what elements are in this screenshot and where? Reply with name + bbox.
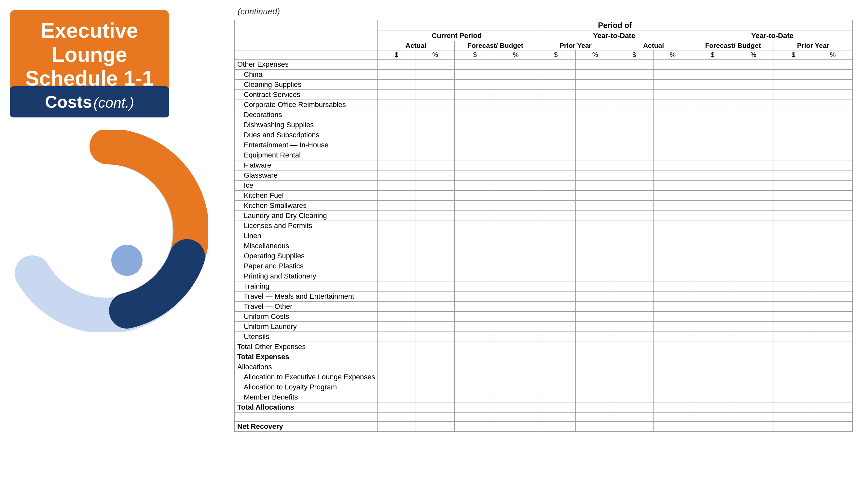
data-cell — [455, 342, 495, 352]
data-cell — [692, 352, 733, 362]
data-cell — [813, 382, 852, 392]
data-cell — [455, 271, 495, 282]
decorative-chart — [6, 130, 208, 332]
data-cell — [576, 170, 615, 181]
data-cell — [495, 382, 536, 392]
data-cell — [495, 342, 536, 352]
row-label: Dishwashing Supplies — [235, 120, 377, 130]
data-cell — [416, 392, 455, 402]
data-cell — [536, 301, 576, 312]
table-row: Corporate Office Reimbursables — [235, 100, 853, 110]
data-cell — [615, 251, 653, 261]
data-cell — [733, 282, 774, 292]
data-cell — [692, 292, 733, 301]
data-cell — [813, 191, 852, 201]
data-cell — [774, 251, 813, 261]
data-cell — [576, 201, 615, 211]
data-cell — [653, 382, 692, 392]
data-cell — [653, 332, 692, 342]
symbol-row: $ % $ % $ % $ % $ % $ % — [235, 51, 853, 60]
data-cell — [653, 140, 692, 150]
data-cell — [495, 150, 536, 160]
sym-pct-2: % — [495, 51, 536, 60]
data-cell — [653, 261, 692, 271]
data-cell — [692, 90, 733, 100]
data-cell — [774, 60, 813, 70]
data-cell — [653, 150, 692, 160]
row-label: Contract Services — [235, 90, 377, 100]
data-cell — [733, 150, 774, 160]
data-cell — [536, 382, 576, 392]
row-label: Linen — [235, 231, 377, 241]
data-cell — [416, 372, 455, 382]
row-label: Licenses and Permits — [235, 221, 377, 231]
data-cell — [455, 292, 495, 301]
data-cell — [813, 301, 852, 312]
data-cell — [377, 282, 415, 292]
data-cell — [377, 211, 415, 221]
data-cell — [576, 372, 615, 382]
data-cell — [416, 90, 455, 100]
data-cell — [495, 362, 536, 372]
data-cell — [495, 90, 536, 100]
data-cell — [576, 90, 615, 100]
subtitle-italic: (cont.) — [93, 95, 134, 110]
data-cell — [576, 301, 615, 312]
data-cell — [653, 251, 692, 261]
data-cell — [774, 160, 813, 170]
data-cell — [615, 170, 653, 181]
data-cell — [692, 221, 733, 231]
data-cell — [615, 342, 653, 352]
data-cell — [495, 251, 536, 261]
data-cell — [813, 221, 852, 231]
data-cell — [416, 60, 455, 70]
data-cell — [774, 120, 813, 130]
data-cell — [733, 60, 774, 70]
data-cell — [416, 312, 455, 322]
data-cell — [416, 413, 455, 422]
data-cell — [536, 70, 576, 80]
data-cell — [692, 342, 733, 352]
table-row: Net Recovery — [235, 422, 853, 432]
data-cell — [416, 271, 455, 282]
table-row: Printing and Stationery — [235, 271, 853, 282]
data-cell — [536, 100, 576, 110]
continued-label: (continued) — [234, 6, 853, 17]
data-cell — [416, 170, 455, 181]
data-cell — [733, 362, 774, 372]
data-cell — [813, 282, 852, 292]
data-cell — [536, 261, 576, 271]
row-label: Member Benefits — [235, 392, 377, 402]
data-cell — [377, 60, 415, 70]
data-cell — [377, 342, 415, 352]
data-cell — [774, 241, 813, 251]
data-cell — [455, 60, 495, 70]
data-cell — [416, 100, 455, 110]
row-label — [235, 413, 377, 422]
data-cell — [455, 362, 495, 372]
data-cell — [576, 191, 615, 201]
data-cell — [813, 392, 852, 402]
table-row — [235, 413, 853, 422]
data-cell — [813, 120, 852, 130]
data-cell — [692, 160, 733, 170]
data-cell — [495, 332, 536, 342]
data-cell — [455, 160, 495, 170]
data-cell — [733, 372, 774, 382]
data-cell — [733, 160, 774, 170]
data-cell — [416, 261, 455, 271]
data-cell — [536, 251, 576, 261]
data-cell — [733, 170, 774, 181]
data-cell — [615, 90, 653, 100]
row-label: Dues and Subscriptions — [235, 130, 377, 140]
table-row: Glassware — [235, 170, 853, 181]
data-cell — [653, 301, 692, 312]
data-cell — [495, 70, 536, 80]
data-cell — [813, 251, 852, 261]
data-cell — [455, 191, 495, 201]
data-cell — [615, 60, 653, 70]
data-cell — [615, 140, 653, 150]
data-cell — [377, 181, 415, 191]
data-cell — [377, 292, 415, 301]
sym-pct-4: % — [653, 51, 692, 60]
